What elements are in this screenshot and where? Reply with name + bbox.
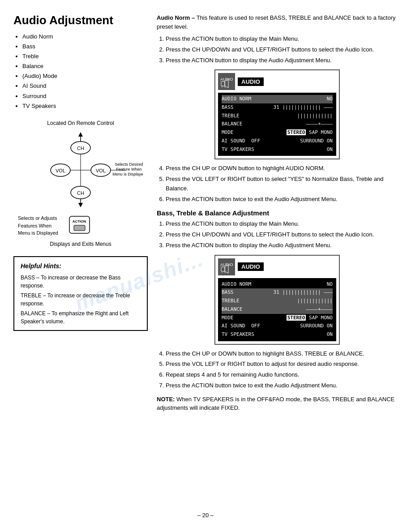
svg-text:VOL: VOL	[56, 168, 65, 173]
svg-text:♪ ♫: ♪ ♫	[221, 270, 226, 274]
bass-treble-section: Bass, Treble & Balance Adjustment Press …	[157, 209, 398, 412]
bass-treble-title: Bass, Treble & Balance Adjustment	[157, 209, 398, 217]
note-prefix: NOTE:	[157, 396, 175, 403]
helpful-hints-title: Helpful Hints:	[21, 262, 141, 271]
step-item: Repeat steps 4 and 5 for remaining Audio…	[166, 370, 398, 380]
audio-menu-row: MODESTEREO SAP MONO	[222, 314, 333, 322]
audio-menu-row: TREBLE||||||||||||	[222, 112, 333, 120]
audio-norm-steps-cont: Press the CH UP or DOWN button to highli…	[157, 164, 398, 204]
audio-label-2: AUDIO	[238, 262, 264, 271]
audio-norm-intro: Audio Norm – This feature is used to res…	[157, 13, 398, 31]
left-column: Audio Adjustment Audio Norm Bass Treble …	[13, 13, 148, 503]
note-text: NOTE: When TV SPEAKERS is in the OFF&FAO…	[157, 395, 398, 412]
svg-text:ACTION: ACTION	[73, 219, 86, 223]
remote-svg: CH VOL VOL CH	[18, 130, 143, 208]
audio-menu-row: AI SOUND OFFSURROUND ON	[222, 137, 333, 146]
step-item: Press the ACTION button to display the M…	[166, 34, 398, 44]
audio-norm-title: Audio Norm –	[157, 14, 195, 21]
bass-treble-steps: Press the ACTION button to display the M…	[157, 219, 398, 250]
audio-menu-row: TREBLE||||||||||||	[222, 297, 333, 305]
step-item: Press the ACTION button to display the M…	[166, 219, 398, 229]
svg-text:AUDIO: AUDIO	[220, 262, 233, 267]
audio-menu-row: BALANCE————+————	[222, 305, 333, 314]
audio-menu-row: AUDIO NORMNO	[222, 280, 333, 289]
bass-treble-steps-cont: Press the CH UP or DOWN button to highli…	[157, 349, 398, 390]
toc-item: Audio Norm	[22, 32, 148, 42]
page: Audio Adjustment Audio Norm Bass Treble …	[0, 0, 411, 532]
toc-item: TV Speakers	[22, 101, 148, 111]
svg-text:Menu is Displayed: Menu is Displayed	[112, 172, 143, 176]
note-body: When TV SPEAKERS is in the OFF&FAO mode,…	[157, 396, 394, 412]
step-item: Press the CH UP or DOWN button to highli…	[166, 349, 398, 359]
audio-menu-row: MODESTEREO SAP MONO	[222, 129, 333, 137]
helpful-hints-treble: TREBLE – To increase or decrease the Tre…	[21, 292, 141, 308]
helpful-hints-balance: BALANCE – To emphasize the Right and Lef…	[21, 309, 141, 326]
step-item: Press the CH UP/DOWN and VOL LEFT/RIGHT …	[166, 230, 398, 240]
toc-item: Bass	[22, 42, 148, 51]
svg-text:CH: CH	[77, 146, 84, 151]
step-item: Press the VOL LEFT or RIGHT button to se…	[166, 175, 398, 193]
audio-menu-row: TV SPEAKERSON	[222, 146, 333, 154]
page-number: – 20 –	[13, 512, 398, 519]
toc-list: Audio Norm Bass Treble Balance (Audio) M…	[13, 32, 148, 111]
audio-icon-2: AUDIO ♪ ♫	[218, 258, 235, 275]
audio-menu-1: AUDIO NORMNO BASS31 ||||||||||||| ——— TR…	[218, 93, 336, 156]
audio-menu-row: AI SOUND OFFSURROUND ON	[222, 322, 333, 330]
toc-item: Surround	[22, 91, 148, 101]
audio-menu-row: BASS31 ||||||||||||| ———	[222, 288, 333, 297]
toc-item: (Audio) Mode	[22, 71, 148, 81]
audio-menu-2: AUDIO NORMNO BASS31 ||||||||||||| ——— TR…	[218, 278, 336, 341]
helpful-hints-box: Helpful Hints: BASS – To increase or dec…	[13, 256, 148, 331]
audio-norm-section: Audio Norm – This feature is used to res…	[157, 13, 398, 204]
svg-text:Feature When: Feature When	[116, 167, 141, 172]
svg-text:CH: CH	[77, 190, 84, 196]
audio-label-1: AUDIO	[238, 77, 264, 86]
audio-menu-row: TV SPEAKERSON	[222, 330, 333, 339]
step-item: Press the ACTION button twice to exit th…	[166, 195, 398, 204]
audio-screen-1: AUDIO ♪ ♫ AUDIO AUDIO NORMNO	[214, 69, 340, 159]
svg-marker-12	[78, 203, 83, 207]
page-title: Audio Adjustment	[13, 13, 148, 27]
toc-item: Balance	[22, 61, 148, 71]
svg-text:VOL: VOL	[96, 168, 106, 173]
step-item: Press the ACTION button to display the A…	[166, 241, 398, 250]
displays-exits-label: Displays and Exits Menus	[13, 241, 148, 247]
remote-svg-area: CH VOL VOL CH	[18, 130, 143, 210]
audio-menu-row: AUDIO NORMNO	[222, 95, 333, 103]
remote-diagram: Located On Remote Control CH VOL	[13, 120, 148, 247]
diagram-label: Located On Remote Control	[13, 120, 148, 126]
step-item: Press the ACTION button to display the A…	[166, 56, 398, 65]
audio-screen-1-header: AUDIO ♪ ♫ AUDIO	[218, 73, 336, 90]
toc-item: Treble	[22, 51, 148, 61]
audio-menu-row: BASS31 ||||||||||||| ———	[222, 103, 333, 112]
selects-adjusts-label: Selects or AdjustsFeatures WhenMenu is D…	[18, 215, 58, 236]
audio-screen-2: AUDIO ♪ ♫ AUDIO AUDIO NORMNO	[214, 255, 340, 345]
svg-text:Selects Desired: Selects Desired	[115, 162, 143, 167]
audio-norm-steps: Press the ACTION button to display the M…	[157, 34, 398, 65]
step-item: Press the VOL LEFT or RIGHT button to ad…	[166, 360, 398, 369]
svg-text:AUDIO: AUDIO	[220, 77, 233, 82]
audio-screen-2-header: AUDIO ♪ ♫ AUDIO	[218, 258, 336, 275]
step-item: Press the ACTION button twice to exit th…	[166, 381, 398, 390]
svg-marker-3	[78, 132, 83, 137]
right-column: Audio Norm – This feature is used to res…	[157, 13, 398, 503]
svg-rect-20	[74, 225, 85, 231]
helpful-hints-bass: BASS – To increase or decrease the Bass …	[21, 274, 141, 290]
audio-menu-row: BALANCE————+————	[222, 120, 333, 129]
audio-icon-1: AUDIO ♪ ♫	[218, 73, 235, 90]
svg-text:♪ ♫: ♪ ♫	[221, 85, 226, 88]
action-button-icon: ACTION	[67, 213, 92, 239]
step-item: Press the CH UP or DOWN button to highli…	[166, 164, 398, 173]
step-item: Press the CH UP/DOWN and VOL LEFT/RIGHT …	[166, 45, 398, 55]
toc-item: AI Sound	[22, 81, 148, 91]
